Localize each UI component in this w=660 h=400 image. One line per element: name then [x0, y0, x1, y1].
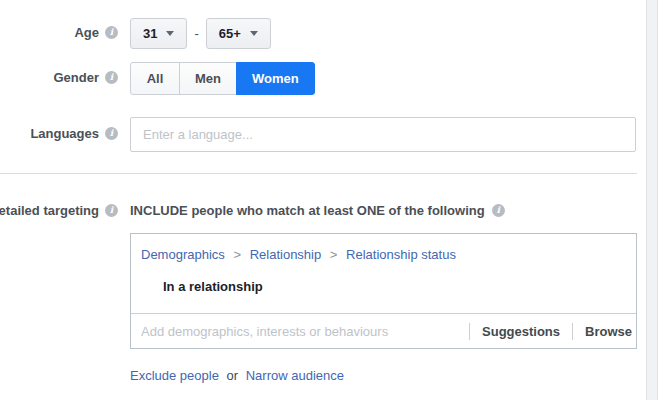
add-targeting-row: Suggestions Browse [131, 313, 636, 348]
breadcrumb-relationship-status[interactable]: Relationship status [346, 247, 456, 262]
add-targeting-input[interactable] [131, 314, 469, 348]
gender-segmented-control: All Men Women [130, 62, 315, 95]
languages-label: Languages i [30, 126, 118, 141]
ad-targeting-panel: Age i 31 - 65+ Gender i All Men Women La… [0, 0, 660, 400]
info-icon[interactable]: i [105, 127, 118, 140]
gender-option-all[interactable]: All [130, 62, 180, 95]
selected-targeting-item[interactable]: In a relationship [131, 279, 636, 294]
age-min-dropdown[interactable]: 31 [130, 18, 187, 49]
detailed-targeting-box: Demographics > Relationship > Relationsh… [130, 233, 637, 349]
detailed-targeting-label: Detailed targeting i [0, 203, 118, 218]
age-max-dropdown[interactable]: 65+ [206, 18, 271, 49]
gender-option-women[interactable]: Women [236, 62, 315, 95]
languages-label-text: Languages [30, 126, 99, 141]
include-header-text: INCLUDE people who match at least ONE of… [130, 203, 485, 218]
section-divider [0, 173, 637, 174]
breadcrumb-relationship[interactable]: Relationship [250, 247, 322, 262]
age-max-value: 65+ [219, 26, 241, 41]
chevron-down-icon [250, 31, 258, 36]
age-min-value: 31 [143, 26, 157, 41]
gender-label-text: Gender [53, 70, 99, 85]
age-range-controls: 31 - 65+ [130, 18, 271, 49]
breadcrumb-separator: > [228, 247, 246, 262]
gender-option-men[interactable]: Men [179, 62, 237, 95]
age-label: Age i [74, 25, 118, 40]
age-label-text: Age [74, 25, 99, 40]
include-header: INCLUDE people who match at least ONE of… [130, 203, 505, 218]
narrow-audience-link[interactable]: Narrow audience [246, 368, 344, 383]
suggestions-button[interactable]: Suggestions [470, 324, 572, 339]
breadcrumb: Demographics > Relationship > Relationsh… [131, 234, 636, 262]
scrollbar-track[interactable] [646, 0, 658, 400]
info-icon[interactable]: i [105, 204, 118, 217]
exclude-people-link[interactable]: Exclude people [130, 368, 219, 383]
detailed-targeting-label-text: Detailed targeting [0, 203, 99, 218]
info-icon[interactable]: i [105, 26, 118, 39]
chevron-down-icon [166, 31, 174, 36]
languages-input[interactable] [130, 117, 636, 152]
info-icon[interactable]: i [492, 204, 505, 217]
audience-links-conjunction: or [223, 368, 243, 383]
breadcrumb-demographics[interactable]: Demographics [141, 247, 225, 262]
info-icon[interactable]: i [105, 71, 118, 84]
audience-links: Exclude people or Narrow audience [130, 368, 344, 383]
gender-label: Gender i [53, 70, 118, 85]
breadcrumb-separator: > [325, 247, 343, 262]
age-range-separator: - [194, 26, 198, 41]
browse-button[interactable]: Browse [573, 324, 636, 339]
